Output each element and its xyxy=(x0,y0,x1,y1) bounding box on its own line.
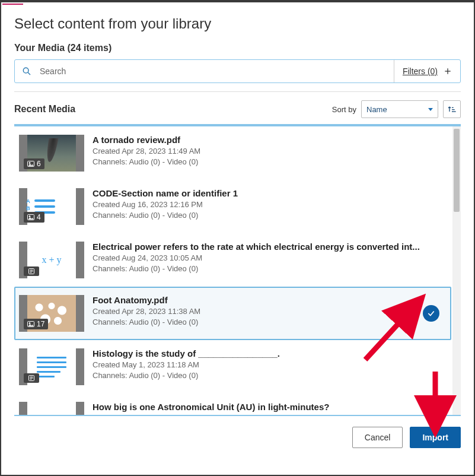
media-item[interactable]: 6A tornado review.pdfCreated Apr 28, 202… xyxy=(14,126,451,180)
media-thumbnail: 6 xyxy=(19,135,84,172)
search-input[interactable] xyxy=(39,66,388,77)
sort-by-label: Sort by xyxy=(332,105,356,114)
search-row: Filters (0) xyxy=(14,59,461,83)
media-created: Created May 1, 2023 11:18 AM xyxy=(93,360,444,370)
media-channels: Channels: Audio (0) - Video (0) xyxy=(93,157,444,167)
media-created: Created Aug 16, 2023 12:16 PM xyxy=(93,199,444,210)
divider xyxy=(14,91,461,92)
sort-select[interactable]: Name xyxy=(361,100,438,118)
media-created: Created Apr 28, 2023 11:38 AM xyxy=(93,306,444,317)
thumbnail-count-badge: 6 xyxy=(24,158,44,169)
media-channels: Channels: Audio (0) - Video (0) xyxy=(93,370,444,381)
subtitle-prefix: Your Media ( xyxy=(14,43,71,53)
media-thumbnail: x + y xyxy=(19,402,84,416)
chevron-down-icon xyxy=(428,108,433,111)
subtitle-suffix: ) xyxy=(109,43,111,53)
svg-point-10 xyxy=(29,216,30,217)
media-created: Created Aug 24, 2023 10:05 AM xyxy=(93,253,444,264)
recent-media-label: Recent Media xyxy=(14,104,75,115)
dialog-title: Select content from your library xyxy=(14,15,461,32)
media-item[interactable]: Histology is the study of ______________… xyxy=(14,340,451,394)
svg-point-8 xyxy=(29,163,30,164)
media-title: Electrical power refers to the rate at w… xyxy=(93,242,444,252)
sort-asc-icon xyxy=(447,104,457,114)
media-title: CODE-Section name or identifier 1 xyxy=(93,188,444,198)
media-thumbnail: x + y xyxy=(19,242,84,278)
media-channels: Channels: Audio (0) - Video (0) xyxy=(93,264,444,274)
sort-value: Name xyxy=(366,105,387,114)
your-media-heading: Your Media (24 items) xyxy=(14,43,461,53)
badge-count: 17 xyxy=(37,320,44,328)
media-item[interactable]: x + yHow big is one Astronomical Unit (A… xyxy=(14,394,451,416)
svg-line-1 xyxy=(28,72,30,75)
selected-check-icon xyxy=(423,305,439,322)
cancel-button[interactable]: Cancel xyxy=(352,427,403,448)
thumbnail-doc-badge xyxy=(24,373,39,383)
sort-direction-button[interactable] xyxy=(443,100,461,118)
item-count: 24 items xyxy=(71,43,109,53)
search-icon xyxy=(22,66,31,76)
media-item[interactable]: 17Foot Anatomy.pdfCreated Apr 28, 2023 1… xyxy=(14,287,451,340)
import-button[interactable]: Import xyxy=(410,427,461,448)
media-channels: Channels: Audio (0) - Video (0) xyxy=(93,210,444,221)
svg-point-0 xyxy=(23,68,28,73)
media-title: A tornado review.pdf xyxy=(93,135,444,145)
media-channels: Channels: Audio (0) - Video (0) xyxy=(93,317,444,328)
media-item[interactable]: x + yElectrical power refers to the rate… xyxy=(14,233,451,287)
search-box[interactable] xyxy=(15,60,394,82)
thumbnail-doc-badge xyxy=(24,266,39,276)
filters-label: Filters (0) xyxy=(403,66,438,76)
thumbnail-count-badge: 17 xyxy=(24,319,48,329)
media-thumbnail: 17 xyxy=(19,295,84,332)
media-title: Foot Anatomy.pdf xyxy=(93,295,444,305)
media-thumbnail: AB4 xyxy=(19,188,84,225)
thumbnail-count-badge: 4 xyxy=(24,212,44,223)
media-created: Created Apr 28, 2023 11:49 AM xyxy=(93,146,444,157)
media-thumbnail xyxy=(19,348,84,385)
badge-count: 4 xyxy=(37,213,41,221)
plus-icon xyxy=(444,67,452,75)
media-item[interactable]: AB4CODE-Section name or identifier 1Crea… xyxy=(14,180,451,233)
filters-button[interactable]: Filters (0) xyxy=(394,60,460,82)
badge-count: 6 xyxy=(37,160,41,168)
media-title: Histology is the study of ______________… xyxy=(93,348,444,358)
svg-point-16 xyxy=(29,323,30,324)
media-title: How big is one Astronomical Unit (AU) in… xyxy=(93,402,444,412)
media-list: 6A tornado review.pdfCreated Apr 28, 202… xyxy=(14,124,461,416)
scrollbar-thumb[interactable] xyxy=(454,129,460,212)
scrollbar[interactable] xyxy=(452,126,461,415)
media-created: Created Aug 24, 2023 11:16 AM xyxy=(93,413,444,416)
